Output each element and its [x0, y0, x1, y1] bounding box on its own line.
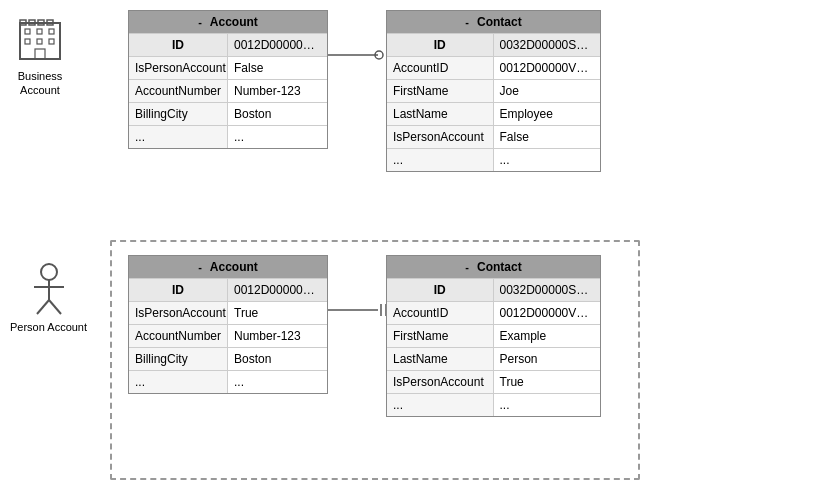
table-row: ... ...	[129, 370, 327, 393]
table-row: LastName Employee	[387, 102, 600, 125]
table-row: IsPersonAccount True	[129, 301, 327, 324]
svg-line-23	[37, 300, 49, 314]
svg-rect-15	[49, 29, 54, 34]
bottom-account-header: - Account	[129, 256, 327, 278]
table-row: FirstName Example	[387, 324, 600, 347]
table-row: LastName Person	[387, 347, 600, 370]
top-account-header: - Account	[129, 11, 327, 33]
svg-rect-17	[37, 39, 42, 44]
table-row: AccountNumber Number-123	[129, 324, 327, 347]
top-contact-minus[interactable]: -	[465, 16, 469, 28]
table-row: AccountNumber Number-123	[129, 79, 327, 102]
bottom-contact-minus[interactable]: -	[465, 261, 469, 273]
svg-rect-16	[25, 39, 30, 44]
svg-rect-19	[35, 49, 45, 59]
person-icon	[29, 262, 69, 317]
table-row: AccountID 0012D00000VSc7S	[387, 56, 600, 79]
table-row: BillingCity Boston	[129, 102, 327, 125]
svg-point-1	[375, 51, 383, 59]
svg-rect-18	[49, 39, 54, 44]
table-row: AccountID 0012D00000VScH2	[387, 301, 600, 324]
top-account-minus[interactable]: -	[198, 16, 202, 28]
top-contact-id-row: ID 0032D00000ShHixQ	[387, 33, 600, 56]
bottom-contact-table: - Contact ID 0032D00000Sh6t0Q AccountID …	[386, 255, 601, 417]
business-account-icon-area: Business Account	[15, 15, 65, 98]
top-contact-header: - Contact	[387, 11, 600, 33]
table-row: ... ...	[387, 393, 600, 416]
svg-rect-13	[25, 29, 30, 34]
table-row: ... ...	[129, 125, 327, 148]
table-row: BillingCity Boston	[129, 347, 327, 370]
business-account-label: Business Account	[18, 69, 63, 98]
table-row: ... ...	[387, 148, 600, 171]
bottom-contact-id-row: ID 0032D00000Sh6t0Q	[387, 278, 600, 301]
bottom-account-table: - Account ID 0012D00000VScH2QAL IsPerson…	[128, 255, 328, 394]
building-icon	[15, 15, 65, 65]
top-account-id-row: ID 0012D00000VSc7SQAT	[129, 33, 327, 56]
table-row: FirstName Joe	[387, 79, 600, 102]
bottom-contact-header: - Contact	[387, 256, 600, 278]
table-row: IsPersonAccount True	[387, 370, 600, 393]
svg-line-24	[49, 300, 61, 314]
table-row: IsPersonAccount False	[129, 56, 327, 79]
svg-rect-14	[37, 29, 42, 34]
table-row: IsPersonAccount False	[387, 125, 600, 148]
person-account-label: Person Account	[10, 321, 87, 333]
bottom-account-id-row: ID 0012D00000VScH2QAL	[129, 278, 327, 301]
diagram-area: Business Account - Account ID 0012D00000…	[0, 0, 814, 500]
person-account-icon-area: Person Account	[10, 262, 87, 333]
svg-point-20	[41, 264, 57, 280]
bottom-account-minus[interactable]: -	[198, 261, 202, 273]
top-account-table: - Account ID 0012D00000VSc7SQAT IsPerson…	[128, 10, 328, 149]
top-contact-table: - Contact ID 0032D00000ShHixQ AccountID …	[386, 10, 601, 172]
